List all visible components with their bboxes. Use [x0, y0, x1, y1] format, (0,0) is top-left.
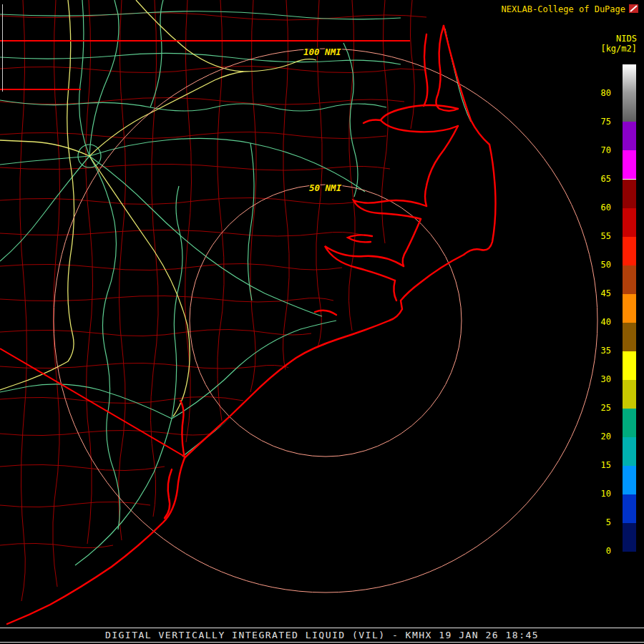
colorbar-segment	[623, 208, 636, 237]
coastline	[7, 26, 496, 624]
colorbar-label: 50	[570, 259, 611, 270]
colorbar-segment	[623, 552, 636, 566]
colorbar-label: 20	[570, 431, 611, 442]
colorbar-label: 70	[570, 145, 611, 156]
colorbar-label: 55	[570, 230, 611, 242]
map-edge-line	[2, 4, 3, 92]
colorbar-segment	[623, 351, 636, 380]
colorbar-segment	[623, 64, 636, 93]
colorbar-label: 65	[570, 173, 611, 185]
state-borders	[0, 41, 410, 457]
colorbar-segments	[623, 64, 636, 566]
colorbar-segment	[623, 294, 636, 323]
colorbar-segment	[623, 122, 636, 150]
cod-logo-icon	[629, 4, 639, 14]
colorbar-label: 60	[570, 202, 611, 213]
highways-green	[0, 0, 401, 565]
colorbar-segment	[623, 93, 636, 122]
unit-label: [kg/m2]	[600, 44, 637, 54]
colorbar-segment	[623, 179, 636, 208]
ring-label-50nmi: 50 NMI	[309, 182, 342, 193]
brand-text: NEXLAB-College of DuPage	[502, 4, 625, 14]
colorbar-label: 30	[570, 374, 611, 385]
colorbar-label: 75	[570, 116, 611, 127]
colorbar-segment	[623, 380, 636, 409]
colorbar-segment	[623, 323, 636, 351]
colorbar-label: 45	[570, 288, 611, 299]
radar-map: 100 NMI 50 NMI	[0, 0, 644, 644]
footer-rule-bottom	[0, 642, 644, 643]
ring-labels: 100 NMI 50 NMI	[303, 47, 342, 193]
colorbar-label: 35	[570, 345, 611, 356]
colorbar-label: 40	[570, 316, 611, 328]
range-rings	[54, 49, 597, 592]
colorbar-label: 15	[570, 459, 611, 471]
colorbar-segment	[623, 523, 636, 552]
footer-text: DIGITAL VERTICALLY INTEGRATED LIQUID (VI…	[0, 630, 644, 641]
colorbar-segment	[623, 437, 636, 466]
colorbar-segment	[623, 150, 636, 179]
colorbar-label: 80	[570, 87, 611, 99]
footer-rule-top	[0, 628, 644, 628]
product-name: NIDS	[616, 34, 637, 44]
colorbar-segment	[623, 237, 636, 265]
colorbar-label: 5	[570, 517, 611, 528]
colorbar-segment	[623, 466, 636, 494]
colorbar-labels: 80757065605550454035302520151050	[570, 64, 617, 594]
colorbar-label: 0	[570, 545, 611, 557]
colorbar-label: 10	[570, 488, 611, 499]
colorbar-label: 25	[570, 402, 611, 414]
ring-label-100nmi: 100 NMI	[303, 47, 341, 57]
colorbar-segment	[623, 265, 636, 294]
colorbar-segment	[623, 494, 636, 523]
colorbar-segment	[623, 409, 636, 437]
border-nc-sc	[0, 348, 185, 457]
range-ring-100nmi	[54, 49, 597, 592]
